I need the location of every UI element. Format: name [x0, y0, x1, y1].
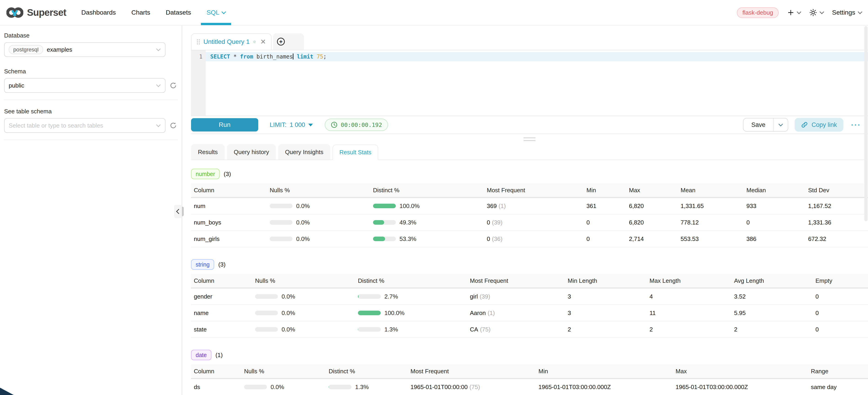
percent-bar-cell: 0.0%: [252, 293, 355, 300]
results-tab-bar: Results Query history Query Insights Res…: [191, 145, 868, 160]
column-header: Min: [584, 187, 626, 194]
query-tab-title: Untitled Query 1: [204, 38, 250, 45]
new-item-button[interactable]: [787, 9, 801, 16]
scrollbar-thumb[interactable]: [864, 26, 868, 221]
settings-label: Settings: [832, 9, 855, 16]
query-timer: 00:00:00.192: [325, 119, 388, 131]
copy-link-button[interactable]: Copy link: [795, 118, 843, 132]
progress-bar: [358, 327, 381, 332]
sql-lab-layout: Database postgresql examples Schema publ…: [0, 26, 868, 395]
most-frequent-cell: 0(39): [484, 219, 584, 226]
tab-results[interactable]: Results: [191, 144, 225, 159]
column-header: Range: [808, 368, 868, 375]
chevron-down-icon: [797, 9, 801, 14]
value-cell: 3.52: [731, 293, 813, 300]
chevron-down-icon: [819, 9, 824, 14]
link-icon: [801, 121, 808, 128]
column-count: (1): [216, 352, 223, 359]
column-header: Most Frequent: [484, 187, 584, 194]
superset-sql-lab: Superset Dashboards Charts Datasets SQL …: [0, 0, 868, 395]
run-button[interactable]: Run: [191, 118, 258, 131]
divider: [4, 140, 178, 140]
progress-bar: [373, 220, 396, 225]
resize-handle[interactable]: [524, 138, 535, 141]
query-tab-bar: Untitled Query 1 ✕ +: [191, 33, 868, 50]
database-engine-tag: postgresql: [9, 45, 43, 54]
nav-sql-label: SQL: [207, 9, 219, 16]
table-row: ds0.0%1.3%1965-01-01T00:00:00(75)1965-01…: [191, 379, 868, 395]
percent-bar-cell: 1.3%: [326, 384, 408, 391]
table-row: gender0.0%2.7%girl(39)343.520: [191, 288, 868, 305]
save-split-button: Save: [743, 118, 788, 132]
save-options-button[interactable]: [773, 118, 788, 131]
chevron-down-icon: [156, 83, 161, 87]
chevron-down-icon: [156, 123, 161, 127]
table-schema-label: See table schema: [4, 108, 177, 115]
stats-section-number: number(3)ColumnNulls %Distinct %Most Fre…: [191, 169, 868, 247]
table-row: num_boys0.0%49.3%0(39)06,820778.1201,331…: [191, 214, 868, 231]
schema-select[interactable]: public: [4, 78, 165, 93]
progress-bar: [255, 311, 278, 315]
superset-logo-icon: [6, 7, 23, 19]
value-cell: 2,714: [626, 236, 678, 243]
database-select[interactable]: postgresql examples: [4, 42, 165, 57]
most-frequent-cell: CA(75): [467, 326, 565, 333]
value-cell: 1,331.36: [805, 219, 868, 226]
limit-dropdown[interactable]: LIMIT: 1 000: [270, 121, 313, 128]
refresh-tables-button[interactable]: [169, 122, 177, 129]
new-tab-button[interactable]: +: [273, 33, 304, 50]
refresh-icon: [169, 122, 177, 129]
stats-table: ColumnNulls %Distinct %Most FrequentMin …: [191, 274, 868, 338]
value-cell: 6,820: [626, 219, 678, 226]
progress-bar: [270, 204, 292, 208]
column-header: Nulls %: [252, 277, 355, 284]
progress-bar: [373, 237, 396, 241]
progress-bar: [358, 311, 381, 315]
progress-bar: [358, 294, 381, 299]
editor-toolbar: Run LIMIT: 1 000 00:00:00.192: [191, 116, 868, 134]
collapse-sidebar-button[interactable]: [174, 205, 182, 218]
column-header: Nulls %: [241, 368, 326, 375]
table-select[interactable]: Select table or type to search tables: [4, 118, 165, 133]
more-actions-button[interactable]: ···: [851, 121, 861, 129]
theme-toggle[interactable]: [809, 9, 824, 17]
value-cell: 5.95: [731, 309, 813, 316]
value-cell: name: [191, 309, 252, 316]
close-tab-icon[interactable]: ✕: [260, 38, 266, 45]
table-row: num_girls0.0%53.3%0(36)02,714553.5338667…: [191, 231, 868, 247]
type-tag: date: [191, 350, 211, 360]
column-header: Column: [191, 368, 241, 375]
settings-menu[interactable]: Settings: [832, 9, 862, 16]
percent-bar-cell: 0.0%: [267, 203, 370, 210]
drag-handle-icon[interactable]: [196, 39, 200, 45]
tab-result-stats[interactable]: Result Stats: [333, 145, 378, 160]
nav-sql[interactable]: SQL: [207, 0, 225, 25]
value-cell: 3: [565, 293, 647, 300]
database-value: examples: [47, 46, 72, 53]
nav-charts[interactable]: Charts: [131, 0, 150, 25]
tab-query-history[interactable]: Query history: [227, 144, 276, 159]
refresh-schemas-button[interactable]: [169, 82, 177, 89]
editor-gutter: 1: [191, 50, 206, 116]
query-tab[interactable]: Untitled Query 1 ✕: [191, 33, 272, 50]
nav-datasets[interactable]: Datasets: [166, 0, 191, 25]
value-cell: 0: [813, 326, 868, 333]
value-cell: num_boys: [191, 219, 267, 226]
column-header: Min Length: [565, 277, 647, 284]
tab-query-insights[interactable]: Query Insights: [278, 144, 330, 159]
chevron-down-icon: [156, 47, 161, 51]
column-header: Column: [191, 187, 267, 194]
line-number: 1: [191, 50, 206, 61]
progress-bar: [270, 220, 292, 225]
environment-badge: flask-debug: [737, 7, 778, 18]
superset-logo[interactable]: Superset: [6, 7, 66, 19]
percent-bar-cell: 49.3%: [370, 219, 484, 226]
column-header: Most Frequent: [408, 368, 536, 375]
nav-dashboards[interactable]: Dashboards: [81, 0, 116, 25]
column-header: Max: [626, 187, 678, 194]
sql-editor[interactable]: 1 SELECT * from birth_names limit 75;: [191, 50, 868, 116]
table-row: state0.0%1.3%CA(75)2220: [191, 322, 868, 338]
column-header: Nulls %: [267, 187, 370, 194]
save-button[interactable]: Save: [743, 118, 773, 131]
progress-bar: [270, 237, 292, 241]
